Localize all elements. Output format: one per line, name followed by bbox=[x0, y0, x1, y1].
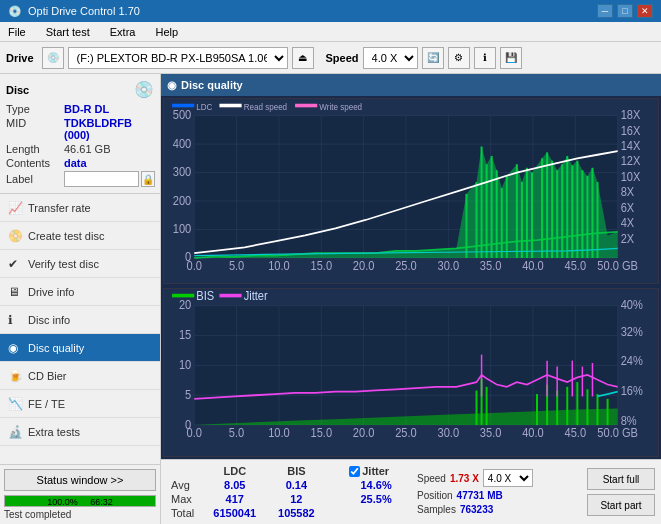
status-text: Test completed bbox=[4, 509, 156, 520]
content-area: ◉ Disc quality LDC Read speed Write s bbox=[161, 74, 661, 524]
speed-row: Speed 1.73 X 4.0 X bbox=[417, 469, 577, 487]
start-part-button[interactable]: Start part bbox=[587, 494, 655, 516]
drive-info-icon: 🖥 bbox=[8, 285, 22, 299]
sidebar-item-create-test-disc[interactable]: 📀 Create test disc bbox=[0, 222, 160, 250]
disc-section-title: Disc bbox=[6, 84, 29, 96]
svg-text:40.0: 40.0 bbox=[522, 258, 544, 273]
verify-icon: ✔ bbox=[8, 257, 22, 271]
sidebar-item-transfer-rate[interactable]: 📈 Transfer rate bbox=[0, 194, 160, 222]
svg-text:Jitter: Jitter bbox=[244, 289, 268, 303]
avg-ldc: 8.05 bbox=[202, 478, 268, 492]
sidebar-item-disc-quality[interactable]: ◉ Disc quality bbox=[0, 334, 160, 362]
drive-select[interactable]: (F:) PLEXTOR BD-R PX-LB950SA 1.06 bbox=[68, 47, 288, 69]
close-button[interactable]: ✕ bbox=[637, 4, 653, 18]
nav-label-verify: Verify test disc bbox=[28, 258, 99, 270]
disc-icon: 💿 bbox=[134, 80, 154, 99]
sidebar-item-verify-test-disc[interactable]: ✔ Verify test disc bbox=[0, 250, 160, 278]
length-value: 46.61 GB bbox=[64, 143, 110, 155]
svg-text:25.0: 25.0 bbox=[395, 425, 417, 440]
sidebar-item-extra-tests[interactable]: 🔬 Extra tests bbox=[0, 418, 160, 446]
svg-text:14X: 14X bbox=[621, 138, 641, 153]
speed-position-area: Speed 1.73 X 4.0 X Position 47731 MB Sam… bbox=[417, 464, 577, 520]
progress-text: 100.0% 66:32 bbox=[5, 496, 155, 507]
svg-text:6X: 6X bbox=[621, 200, 635, 215]
svg-text:BIS: BIS bbox=[196, 289, 214, 303]
eject-button[interactable]: ⏏ bbox=[292, 47, 314, 69]
svg-text:Read speed: Read speed bbox=[244, 101, 288, 112]
avg-label: Avg bbox=[167, 478, 202, 492]
save-button[interactable]: 💾 bbox=[500, 47, 522, 69]
speed-select[interactable]: 4.0 X bbox=[363, 47, 418, 69]
contents-value: data bbox=[64, 157, 87, 169]
svg-text:12X: 12X bbox=[621, 154, 641, 169]
svg-text:50.0 GB: 50.0 GB bbox=[597, 425, 638, 440]
svg-text:400: 400 bbox=[173, 136, 192, 151]
svg-text:5.0: 5.0 bbox=[229, 258, 245, 273]
window-controls: ─ □ ✕ bbox=[597, 4, 653, 18]
chart-ldc: LDC Read speed Write speed bbox=[163, 98, 659, 284]
svg-rect-79 bbox=[219, 294, 241, 298]
svg-rect-5 bbox=[295, 104, 317, 108]
nav-label-fe-te: FE / TE bbox=[28, 398, 65, 410]
start-full-button[interactable]: Start full bbox=[587, 468, 655, 490]
menu-extra[interactable]: Extra bbox=[106, 24, 140, 40]
jitter-label: Jitter bbox=[362, 465, 389, 477]
max-bis: 12 bbox=[268, 492, 326, 506]
disc-label-input[interactable] bbox=[64, 171, 139, 187]
info-button[interactable]: ℹ bbox=[474, 47, 496, 69]
svg-text:35.0: 35.0 bbox=[480, 425, 502, 440]
app-icon: 💿 bbox=[8, 5, 22, 18]
speed-label-stat: Speed bbox=[417, 473, 446, 484]
nav-label-extra-tests: Extra tests bbox=[28, 426, 80, 438]
disc-label-btn[interactable]: 🔒 bbox=[141, 171, 155, 187]
status-window-button[interactable]: Status window >> bbox=[4, 469, 156, 491]
sidebar-item-disc-info[interactable]: ℹ Disc info bbox=[0, 306, 160, 334]
type-value: BD-R DL bbox=[64, 103, 109, 115]
drive-label: Drive bbox=[6, 52, 34, 64]
stats-area: LDC BIS Jitter bbox=[161, 459, 661, 524]
action-buttons: Start full Start part bbox=[587, 464, 655, 520]
sidebar-item-drive-info[interactable]: 🖥 Drive info bbox=[0, 278, 160, 306]
mid-value: TDKBLDRFB (000) bbox=[64, 117, 154, 141]
total-label: Total bbox=[167, 506, 202, 520]
svg-text:300: 300 bbox=[173, 164, 192, 179]
svg-text:16X: 16X bbox=[621, 123, 641, 138]
refresh-button[interactable]: 🔄 bbox=[422, 47, 444, 69]
maximize-button[interactable]: □ bbox=[617, 4, 633, 18]
svg-text:4X: 4X bbox=[621, 215, 635, 230]
charts-container: LDC Read speed Write speed bbox=[161, 96, 661, 459]
svg-text:5: 5 bbox=[185, 387, 191, 402]
menu-help[interactable]: Help bbox=[151, 24, 182, 40]
nav-label-transfer-rate: Transfer rate bbox=[28, 202, 91, 214]
svg-text:10.0: 10.0 bbox=[268, 258, 290, 273]
menu-start-test[interactable]: Start test bbox=[42, 24, 94, 40]
svg-rect-3 bbox=[219, 104, 241, 108]
svg-text:10X: 10X bbox=[621, 169, 641, 184]
speed-opt-select[interactable]: 4.0 X bbox=[483, 469, 533, 487]
speed-label: Speed bbox=[326, 52, 359, 64]
svg-text:500: 500 bbox=[173, 107, 192, 122]
avg-jitter: 14.6% bbox=[345, 478, 407, 492]
svg-text:50.0 GB: 50.0 GB bbox=[597, 258, 638, 273]
drive-icon-btn[interactable]: 💿 bbox=[42, 47, 64, 69]
svg-text:8X: 8X bbox=[621, 184, 635, 199]
total-ldc: 6150041 bbox=[202, 506, 268, 520]
nav-label-create-test: Create test disc bbox=[28, 230, 104, 242]
progress-bar-container: 100.0% 66:32 bbox=[4, 495, 156, 507]
minimize-button[interactable]: ─ bbox=[597, 4, 613, 18]
menu-file[interactable]: File bbox=[4, 24, 30, 40]
svg-text:15.0: 15.0 bbox=[310, 425, 332, 440]
transfer-rate-icon: 📈 bbox=[8, 201, 22, 215]
speed-value-stat: 1.73 X bbox=[450, 473, 479, 484]
app-title: Opti Drive Control 1.70 bbox=[28, 5, 140, 17]
nav-label-drive-info: Drive info bbox=[28, 286, 74, 298]
settings-button[interactable]: ⚙ bbox=[448, 47, 470, 69]
chart-bis: BIS Jitter bbox=[163, 288, 659, 457]
sidebar-item-cd-bier[interactable]: 🍺 CD Bier bbox=[0, 362, 160, 390]
sidebar-item-fe-te[interactable]: 📉 FE / TE bbox=[0, 390, 160, 418]
svg-text:20.0: 20.0 bbox=[353, 258, 375, 273]
disc-quality-icon-header: ◉ bbox=[167, 79, 177, 92]
disc-quality-title: Disc quality bbox=[181, 79, 243, 91]
nav-items: 📈 Transfer rate 📀 Create test disc ✔ Ver… bbox=[0, 194, 160, 464]
jitter-checkbox[interactable] bbox=[349, 466, 360, 477]
